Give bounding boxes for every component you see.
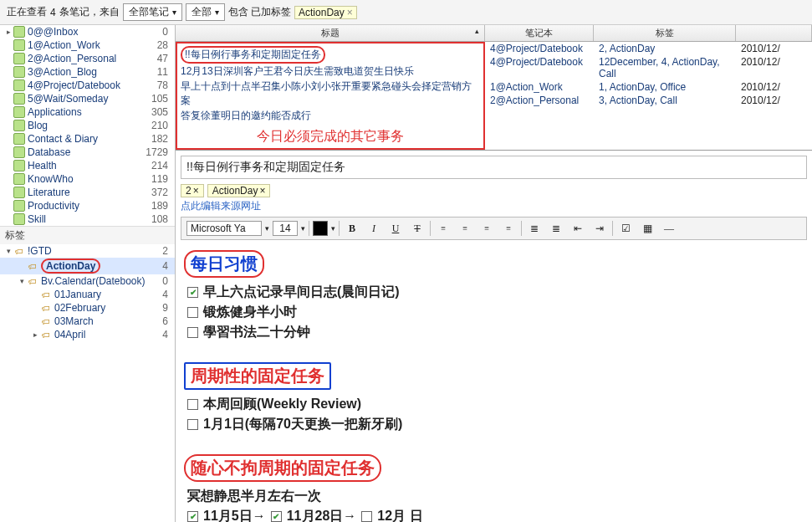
grid-row-title[interactable]: 答复徐董明日的邀约能否成行 <box>181 109 480 123</box>
notebook-item[interactable]: KnowWho119 <box>0 172 175 186</box>
notebook-count: 119 <box>151 173 171 185</box>
notebook-item[interactable]: 2@Action_Personal47 <box>0 52 175 65</box>
italic-button[interactable]: I <box>365 220 383 237</box>
close-icon[interactable]: × <box>259 185 265 197</box>
checkbox-icon[interactable] <box>361 511 372 522</box>
note-title-input[interactable]: !!每日例行事务和定期固定任务 <box>181 156 807 179</box>
tag-item[interactable]: 🏷02February9 <box>0 301 175 315</box>
col-tags[interactable]: 标签 <box>594 25 736 41</box>
strike-button[interactable]: T <box>408 220 426 237</box>
bold-button[interactable]: B <box>343 220 361 237</box>
tag-item[interactable]: ▾🏷Bv.Calendar(Datebook)0 <box>0 274 175 288</box>
align-right-button[interactable]: ≡ <box>477 220 496 237</box>
twist-icon[interactable]: ▸ <box>3 28 13 36</box>
notebook-item[interactable]: 3@Action_Blog11 <box>0 65 175 79</box>
checkbox-icon[interactable] <box>187 511 198 522</box>
note-tag-chip[interactable]: ActionDay× <box>207 184 271 197</box>
font-size-select[interactable]: 14 <box>273 221 298 236</box>
grid-row[interactable]: 1@Action_Work1, ActionDay, Office2010/12… <box>485 80 812 94</box>
twist-icon[interactable]: ▾ <box>17 277 27 285</box>
filter-tag-label: ActionDay <box>299 7 345 18</box>
notebook-item[interactable]: Database1729 <box>0 146 175 159</box>
align-left-button[interactable]: ≡ <box>434 220 452 237</box>
filter-notebook-dropdown[interactable]: 全部笔记 <box>123 3 182 21</box>
tag-item[interactable]: 🏷03March6 <box>0 315 175 328</box>
tag-count: 4 <box>162 329 171 340</box>
notebook-item[interactable]: Applications305 <box>0 105 175 119</box>
indent-button[interactable]: ⇥ <box>590 220 609 237</box>
notebook-item[interactable]: Contact & Diary182 <box>0 132 175 146</box>
tag-count: 4 <box>162 260 171 272</box>
tag-count: 6 <box>162 315 171 327</box>
table-button[interactable]: ▦ <box>638 220 656 237</box>
checkbox-icon[interactable] <box>187 399 198 410</box>
notebook-item[interactable]: Productivity189 <box>0 199 175 212</box>
notebook-label: 4@Project/Datebook <box>28 79 157 91</box>
notebook-item[interactable]: 4@Project/Datebook78 <box>0 79 175 92</box>
row-tags: 12December, 4, ActionDay, Call <box>594 56 736 79</box>
checkbox-icon[interactable] <box>271 511 282 522</box>
close-icon[interactable]: × <box>193 185 199 197</box>
col-notebook[interactable]: 笔记本 <box>485 25 594 41</box>
notebook-label: Database <box>28 146 146 158</box>
note-editor[interactable]: 每日习惯 早上六点记录早间日志(晨间日记)锻炼健身半小时學習书法二十分钟 周期性… <box>176 240 812 522</box>
checkbox-button[interactable]: ☑ <box>616 220 635 237</box>
tag-item[interactable]: ▸🏷04April4 <box>0 328 175 341</box>
font-color-swatch[interactable] <box>313 221 328 236</box>
notebook-icon <box>13 200 25 212</box>
close-icon[interactable]: × <box>347 7 353 18</box>
twist-icon[interactable]: ▸ <box>30 330 40 339</box>
checklist-text: 早上六点记录早间日志(晨间日记) <box>203 284 400 301</box>
grid-row[interactable]: 2@Action_Personal3, ActionDay, Call2010/… <box>485 94 812 107</box>
notebook-item[interactable]: 5@Wait/Someday105 <box>0 92 175 105</box>
tag-icon: 🏷 <box>27 275 38 287</box>
notebook-icon <box>13 133 25 145</box>
notebook-label: 2@Action_Personal <box>28 53 157 64</box>
col-title[interactable]: 标题 <box>176 25 485 41</box>
checkbox-icon[interactable] <box>187 307 198 318</box>
col-date[interactable] <box>736 25 812 41</box>
hr-button[interactable]: — <box>660 220 678 237</box>
checklist-text: 1月1日(每隔70天更换一把新牙刷) <box>203 416 402 433</box>
notebook-icon <box>13 66 25 78</box>
tag-item[interactable]: ▾🏷!GTD2 <box>0 244 175 258</box>
grid-row-title[interactable]: 早上十点到十点半召集小陈小刘小张开重要紧急碰头会择定营销方案 <box>181 79 480 108</box>
note-tag-chip[interactable]: 2× <box>181 184 204 197</box>
filter-tag-chip[interactable]: ActionDay × <box>294 6 357 19</box>
tag-item[interactable]: 🏷01January4 <box>0 288 175 301</box>
tag-label: ActionDay <box>41 258 162 274</box>
font-family-select[interactable]: Microsoft Ya <box>186 221 262 236</box>
number-list-button[interactable]: ≣ <box>547 220 565 237</box>
checkbox-icon[interactable] <box>187 287 198 298</box>
notebook-item[interactable]: Literature372 <box>0 186 175 199</box>
notebook-label: 1@Action_Work <box>28 39 157 51</box>
notebook-item[interactable]: 1@Action_Work28 <box>0 38 175 52</box>
outdent-button[interactable]: ⇤ <box>569 220 587 237</box>
notebook-count: 210 <box>151 120 171 131</box>
grid-row-title[interactable]: 12月13日深圳客户王君今日庆生需致电道贺生日快乐 <box>181 64 480 79</box>
notebook-item[interactable]: ▸0@@Inbox0 <box>0 25 175 38</box>
notebook-icon <box>13 160 25 171</box>
align-center-button[interactable]: ≡ <box>456 220 474 237</box>
checkbox-icon[interactable] <box>187 419 198 430</box>
checklist-item: 早上六点记录早间日志(晨间日记) <box>187 284 800 301</box>
tag-item[interactable]: 🏷ActionDay4 <box>0 258 175 274</box>
notebook-icon <box>13 106 25 118</box>
notebook-item[interactable]: Health214 <box>0 159 175 172</box>
notebook-label: Skill <box>28 213 151 225</box>
bullet-list-button[interactable]: ≣ <box>525 220 544 237</box>
underline-button[interactable]: U <box>386 220 405 237</box>
grid-row-title-selected[interactable]: !!每日例行事务和定期固定任务 <box>181 46 325 64</box>
notebook-item[interactable]: Skill108 <box>0 212 175 226</box>
twist-icon[interactable]: ▾ <box>3 247 13 255</box>
grid-row[interactable]: 4@Project/Datebook2, ActionDay2010/12/ <box>485 42 812 55</box>
grid-row[interactable]: 4@Project/Datebook12December, 4, ActionD… <box>485 55 812 80</box>
source-url-link[interactable]: 点此编辑来源网址 <box>181 199 807 213</box>
notebook-icon <box>13 26 25 38</box>
filter-scope-dropdown[interactable]: 全部 <box>186 3 225 21</box>
row-date: 2010/12/ <box>736 56 812 79</box>
sidebar: ▸0@@Inbox01@Action_Work282@Action_Person… <box>0 25 176 522</box>
align-justify-button[interactable]: ≡ <box>499 220 518 237</box>
checkbox-icon[interactable] <box>187 327 198 338</box>
notebook-item[interactable]: Blog210 <box>0 119 175 132</box>
